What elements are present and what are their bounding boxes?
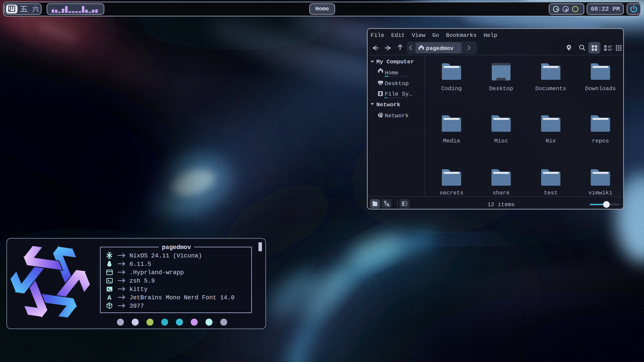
svg-text:Coding: Coding bbox=[441, 85, 462, 92]
svg-text:Desktop: Desktop bbox=[385, 80, 409, 87]
svg-text:secrets: secrets bbox=[439, 190, 463, 196]
svg-text:File Sy…: File Sy… bbox=[385, 91, 412, 97]
svg-text:Network: Network bbox=[385, 113, 409, 119]
svg-text:Network: Network bbox=[376, 102, 400, 108]
svg-text:6.11.5: 6.11.5 bbox=[129, 261, 151, 267]
svg-text:vimwiki: vimwiki bbox=[588, 190, 612, 196]
svg-text:Home: Home bbox=[385, 70, 398, 76]
svg-text:pagedmov: pagedmov bbox=[426, 45, 453, 52]
svg-text:pagedmov: pagedmov bbox=[162, 244, 191, 251]
svg-text:test: test bbox=[544, 190, 558, 196]
svg-text:kitty: kitty bbox=[129, 286, 148, 293]
svg-text:My Computer: My Computer bbox=[376, 59, 414, 65]
svg-text:zsh 5.9: zsh 5.9 bbox=[129, 278, 155, 284]
svg-text:A: A bbox=[107, 294, 111, 302]
svg-text:Desktop: Desktop bbox=[489, 85, 513, 92]
svg-text:.Hyprland-wrapp: .Hyprland-wrapp bbox=[129, 269, 184, 276]
svg-text:Media: Media bbox=[443, 138, 460, 144]
svg-text:JetBrains Mono Nerd Font 14.0: JetBrains Mono Nerd Font 14.0 bbox=[129, 294, 234, 301]
svg-text:3977: 3977 bbox=[129, 303, 144, 309]
svg-text:12 items: 12 items bbox=[487, 201, 515, 208]
svg-text:Documents: Documents bbox=[535, 85, 566, 92]
svg-text:Misc: Misc bbox=[494, 138, 508, 144]
svg-text:Nix: Nix bbox=[546, 138, 556, 144]
svg-text:repos: repos bbox=[592, 138, 609, 144]
svg-text:NixOS 24.11 (Vicuna): NixOS 24.11 (Vicuna) bbox=[129, 252, 202, 259]
svg-text:Downloads: Downloads bbox=[585, 85, 616, 92]
svg-text:share: share bbox=[492, 190, 509, 196]
